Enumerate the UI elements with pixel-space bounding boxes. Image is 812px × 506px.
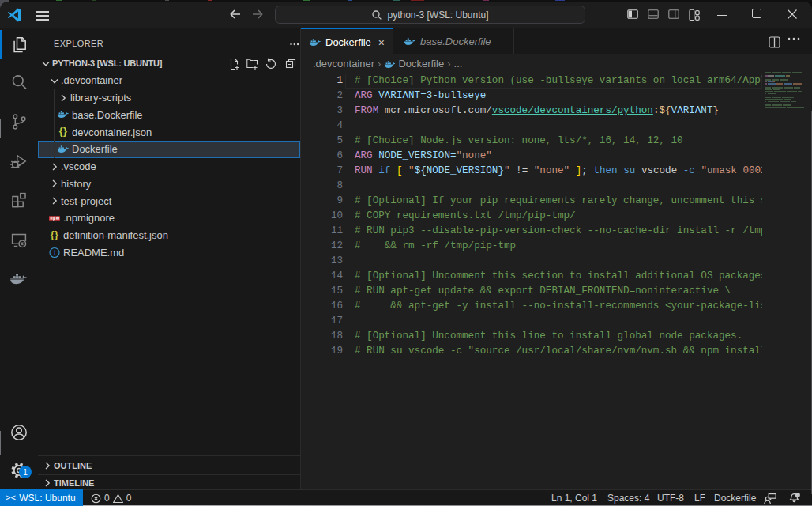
svg-text:i: i	[54, 249, 56, 257]
